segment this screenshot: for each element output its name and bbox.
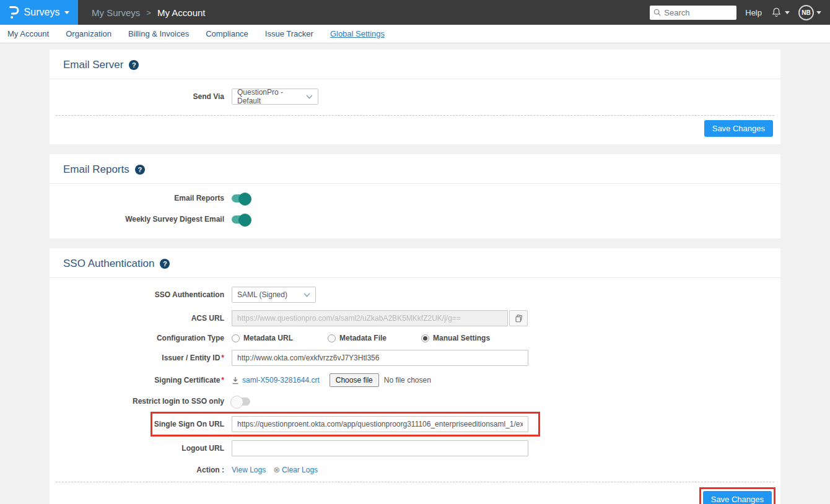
sso-authentication-card: SSO Authentication ? SSO Authentication … — [50, 248, 780, 504]
clear-logs-link[interactable]: Clear Logs — [282, 466, 318, 474]
tab-my-account[interactable]: My Account — [7, 29, 49, 38]
configuration-type-label: Configuration Type — [50, 334, 224, 342]
sso-auth-value: SAML (Signed) — [237, 290, 287, 299]
bell-icon — [771, 6, 782, 19]
certificate-file-link[interactable]: saml-X509-3281644.crt — [242, 376, 320, 385]
issuer-entity-input[interactable] — [232, 350, 528, 366]
product-menu[interactable]: Surveys — [0, 0, 78, 25]
highlight-box: Save Changes — [699, 487, 775, 504]
email-reports-card: Email Reports ? Email Reports Weekly Sur… — [50, 154, 780, 238]
help-question-icon[interactable]: ? — [135, 165, 145, 175]
logout-url-row: Logout URL — [50, 437, 780, 460]
weekly-digest-toggle-label: Weekly Survey Digest Email — [50, 215, 224, 224]
top-navigation-bar: Surveys My Surveys > My Account Help NB — [0, 0, 830, 25]
choose-file-button[interactable]: Choose file — [330, 373, 379, 387]
action-label: Action : — [50, 466, 224, 474]
user-menu[interactable]: NB — [798, 5, 821, 20]
radio-icon[interactable] — [421, 334, 429, 342]
configuration-type-row: Configuration Type Metadata URL Metadata… — [50, 330, 780, 346]
email-reports-toggle[interactable] — [232, 194, 250, 202]
issuer-entity-label: Issuer / Entity ID* — [50, 354, 224, 362]
logout-url-label: Logout URL — [50, 444, 224, 453]
sso-header: SSO Authentication ? — [50, 248, 780, 278]
section-title: SSO Authentication — [63, 258, 154, 270]
tab-billing-invoices[interactable]: Billing & Invoices — [128, 29, 189, 38]
search-icon — [653, 9, 661, 16]
search-box[interactable] — [650, 6, 736, 20]
required-asterisk: * — [221, 376, 224, 385]
tab-issue-tracker[interactable]: Issue Tracker — [265, 29, 313, 38]
breadcrumb-current: My Account — [157, 7, 206, 18]
help-question-icon[interactable]: ? — [129, 60, 139, 70]
section-title: Email Reports — [63, 163, 129, 176]
sso-auth-label: SSO Authentication — [50, 290, 224, 299]
email-server-card: Email Server ? Send Via QuestionPro - De… — [50, 50, 780, 144]
radio-manual-settings[interactable]: Manual Settings — [421, 334, 490, 342]
required-asterisk: * — [221, 354, 224, 362]
radio-label[interactable]: Manual Settings — [433, 334, 490, 342]
acs-url-input — [232, 310, 508, 326]
weekly-digest-toggle[interactable] — [232, 215, 250, 224]
weekly-digest-toggle-row: Weekly Survey Digest Email — [50, 207, 780, 227]
restrict-sso-toggle[interactable] — [232, 398, 250, 406]
email-reports-header: Email Reports ? — [50, 154, 780, 184]
tab-organization[interactable]: Organization — [66, 29, 111, 38]
send-via-row: Send Via QuestionPro - Default — [50, 79, 780, 110]
notifications-button[interactable] — [771, 6, 790, 19]
single-sign-on-url-label: Single Sign On URL — [50, 420, 224, 428]
sso-footer: Save Changes — [50, 482, 780, 504]
chevron-down-icon — [64, 11, 69, 14]
email-server-header: Email Server ? — [50, 50, 780, 79]
copy-button[interactable] — [509, 310, 528, 326]
avatar: NB — [798, 5, 814, 20]
radio-metadata-file[interactable]: Metadata File — [328, 334, 387, 342]
acs-url-row: ACS URL — [50, 306, 780, 330]
send-via-value: QuestionPro - Default — [237, 88, 306, 105]
cert-label-text: Signing Certificate — [154, 376, 220, 385]
search-input[interactable] — [664, 8, 733, 17]
sso-auth-select[interactable]: SAML (Signed) — [232, 287, 316, 303]
restrict-sso-label: Restrict login to SSO only — [50, 397, 224, 406]
signing-certificate-label: Signing Certificate* — [50, 376, 224, 385]
clear-logs-icon: ⊗ — [273, 465, 280, 474]
questionpro-logo-icon — [9, 6, 19, 19]
tab-global-settings[interactable]: Global Settings — [330, 29, 385, 38]
single-sign-on-url-row: Single Sign On URL — [50, 412, 780, 437]
chevron-down-icon — [306, 92, 313, 101]
section-title: Email Server — [63, 59, 123, 71]
logout-url-input[interactable] — [232, 440, 528, 456]
email-reports-toggle-label: Email Reports — [50, 194, 224, 202]
breadcrumb-my-surveys[interactable]: My Surveys — [92, 7, 140, 18]
send-via-label: Send Via — [50, 92, 224, 101]
chevron-down-icon — [816, 11, 821, 14]
breadcrumb: My Surveys > My Account — [92, 7, 206, 18]
view-logs-link[interactable]: View Logs — [232, 466, 266, 474]
email-server-footer: Save Changes — [50, 116, 780, 144]
download-icon — [232, 376, 239, 385]
save-changes-button[interactable]: Save Changes — [703, 491, 772, 504]
tab-compliance[interactable]: Compliance — [206, 29, 248, 38]
sso-auth-row: SSO Authentication SAML (Signed) — [50, 278, 780, 306]
chevron-down-icon — [304, 290, 310, 299]
acs-url-label: ACS URL — [50, 314, 224, 323]
no-file-chosen-text: No file chosen — [384, 376, 431, 385]
topbar-right-controls: Help NB — [650, 5, 830, 20]
chevron-down-icon — [785, 11, 790, 14]
radio-label[interactable]: Metadata URL — [243, 334, 293, 342]
copy-icon — [515, 315, 523, 323]
product-menu-label: Surveys — [24, 7, 60, 18]
email-reports-toggle-row: Email Reports — [50, 184, 780, 207]
save-changes-button[interactable]: Save Changes — [704, 120, 773, 137]
radio-icon[interactable] — [232, 334, 240, 342]
restrict-sso-row: Restrict login to SSO only — [50, 391, 780, 412]
help-link[interactable]: Help — [745, 8, 762, 17]
single-sign-on-url-input[interactable] — [232, 416, 528, 432]
issuer-entity-row: Issuer / Entity ID* — [50, 346, 780, 370]
radio-icon[interactable] — [328, 334, 336, 342]
send-via-select[interactable]: QuestionPro - Default — [232, 89, 318, 105]
radio-label[interactable]: Metadata File — [339, 334, 387, 342]
radio-metadata-url[interactable]: Metadata URL — [232, 334, 293, 342]
account-tabbar: My Account Organization Billing & Invoic… — [0, 25, 830, 43]
help-question-icon[interactable]: ? — [160, 259, 170, 269]
issuer-label-text: Issuer / Entity ID — [162, 354, 220, 362]
